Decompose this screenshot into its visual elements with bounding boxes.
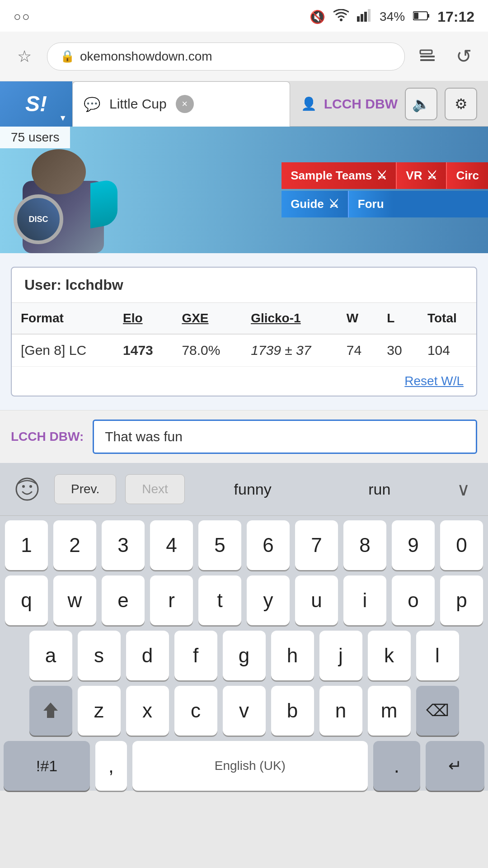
status-bar: ○○ 🔇 34% xyxy=(0,0,488,32)
key-j[interactable]: j xyxy=(319,631,362,680)
sword-icon-2: ⚔ xyxy=(427,169,437,183)
shift-button[interactable] xyxy=(29,686,72,736)
key-2[interactable]: 2 xyxy=(53,520,96,570)
key-9[interactable]: 9 xyxy=(392,520,435,570)
key-c[interactable]: c xyxy=(174,686,217,736)
key-i[interactable]: i xyxy=(343,576,386,625)
vr-nav[interactable]: VR ⚔ xyxy=(396,162,446,189)
stat-elo: 1473 xyxy=(114,334,173,367)
qwerty-row: q w e r t y u i o p xyxy=(4,576,484,625)
key-n[interactable]: n xyxy=(319,686,362,736)
stats-header-row: Format Elo GXE Glicko-1 W L Total xyxy=(12,303,476,334)
stat-total: 104 xyxy=(418,334,476,367)
bottom-row: !#1 , English (UK) . ↵ xyxy=(4,741,484,791)
key-p[interactable]: p xyxy=(440,576,483,625)
next-button[interactable]: Next xyxy=(125,474,185,504)
numbers-row: 1 2 3 4 5 6 7 8 9 0 xyxy=(4,520,484,570)
key-d[interactable]: d xyxy=(126,631,169,680)
key-t[interactable]: t xyxy=(198,576,241,625)
shift-icon xyxy=(41,701,61,721)
guide-nav[interactable]: Guide ⚔ xyxy=(282,191,348,217)
key-3[interactable]: 3 xyxy=(102,520,145,570)
col-elo: Elo xyxy=(114,303,173,334)
chat-input-area: LCCH DBW: xyxy=(0,410,488,463)
stats-table: Format Elo GXE Glicko-1 W L Total [Gen 8… xyxy=(12,303,476,367)
key-a[interactable]: a xyxy=(29,631,72,680)
tab-close-button[interactable]: × xyxy=(176,95,194,113)
username-display: LCCH DBW xyxy=(324,96,398,112)
period-key[interactable]: . xyxy=(373,741,420,791)
key-7[interactable]: 7 xyxy=(295,520,338,570)
key-v[interactable]: v xyxy=(223,686,266,736)
svg-rect-8 xyxy=(420,50,432,54)
key-o[interactable]: o xyxy=(392,576,435,625)
chat-text-input[interactable] xyxy=(93,420,477,454)
user-icon: 👤 xyxy=(301,96,317,111)
reset-wl-link[interactable]: Reset W/L xyxy=(12,367,476,396)
key-6[interactable]: 6 xyxy=(247,520,290,570)
key-s[interactable]: s xyxy=(78,631,121,680)
url-bar[interactable]: 🔒 okemonshowdown.com xyxy=(47,42,405,71)
key-k[interactable]: k xyxy=(368,631,411,680)
key-5[interactable]: 5 xyxy=(198,520,241,570)
key-y[interactable]: y xyxy=(247,576,290,625)
key-f[interactable]: f xyxy=(174,631,217,680)
stat-glicko: 1739 ± 37 xyxy=(242,334,338,367)
backspace-button[interactable]: ⌫ xyxy=(416,686,459,736)
key-1[interactable]: 1 xyxy=(5,520,48,570)
settings-button[interactable]: ⚙ xyxy=(445,88,477,120)
emoji-icon xyxy=(14,476,40,502)
key-x[interactable]: x xyxy=(126,686,169,736)
expand-button[interactable]: ∨ xyxy=(447,473,479,505)
svg-rect-3 xyxy=(364,12,367,22)
key-w[interactable]: w xyxy=(53,576,96,625)
key-g[interactable]: g xyxy=(223,631,266,680)
svg-rect-6 xyxy=(427,14,429,18)
pokemon-disc: DISC xyxy=(14,194,63,244)
suggestion-run[interactable]: run xyxy=(320,481,438,498)
key-h[interactable]: h xyxy=(271,631,314,680)
tabs-button[interactable] xyxy=(414,43,441,70)
key-z[interactable]: z xyxy=(78,686,121,736)
little-cup-tab[interactable]: 💬 Little Cup × xyxy=(72,81,290,127)
dropdown-arrow-icon: ▼ xyxy=(59,113,67,123)
key-8[interactable]: 8 xyxy=(343,520,386,570)
key-0[interactable]: 0 xyxy=(440,520,483,570)
logo-text: S! xyxy=(25,91,47,116)
circ-nav[interactable]: Circ xyxy=(446,162,488,189)
key-r[interactable]: r xyxy=(150,576,193,625)
space-key[interactable]: English (UK) xyxy=(132,741,368,791)
chat-icon: 💬 xyxy=(84,96,100,112)
key-l[interactable]: l xyxy=(416,631,459,680)
enter-key[interactable]: ↵ xyxy=(426,741,484,791)
symbols-button[interactable]: !#1 xyxy=(4,741,90,791)
url-text: okemonshowdown.com xyxy=(80,49,212,64)
guide-label: Guide xyxy=(291,197,324,211)
user-label: User: xyxy=(24,277,61,293)
mute-icon: 🔇 xyxy=(310,9,325,24)
col-total: Total xyxy=(418,303,476,334)
signal-icon xyxy=(357,9,371,25)
key-e[interactable]: e xyxy=(102,576,145,625)
key-u[interactable]: u xyxy=(295,576,338,625)
forum-nav[interactable]: Foru xyxy=(348,191,393,217)
prev-button[interactable]: Prev. xyxy=(54,474,116,504)
refresh-button[interactable]: ↺ xyxy=(450,43,477,70)
emoji-button[interactable] xyxy=(9,471,45,507)
key-q[interactable]: q xyxy=(5,576,48,625)
bookmark-button[interactable]: ☆ xyxy=(11,43,38,70)
sample-teams-nav[interactable]: Sample Teams ⚔ xyxy=(282,162,396,189)
lock-icon: 🔒 xyxy=(60,49,75,63)
key-m[interactable]: m xyxy=(368,686,411,736)
battery-icon xyxy=(413,9,429,24)
showdown-logo-tab[interactable]: S! ▼ xyxy=(0,81,72,127)
key-4[interactable]: 4 xyxy=(150,520,193,570)
svg-rect-9 xyxy=(420,56,435,57)
key-b[interactable]: b xyxy=(271,686,314,736)
mute-button[interactable]: 🔈 xyxy=(405,88,437,120)
svg-rect-1 xyxy=(357,16,360,22)
suggestion-funny[interactable]: funny xyxy=(194,481,312,498)
keyboard-rows: 1 2 3 4 5 6 7 8 9 0 q w e r t y u i o p … xyxy=(0,516,488,791)
comma-key[interactable]: , xyxy=(95,741,127,791)
svg-point-0 xyxy=(340,19,343,21)
